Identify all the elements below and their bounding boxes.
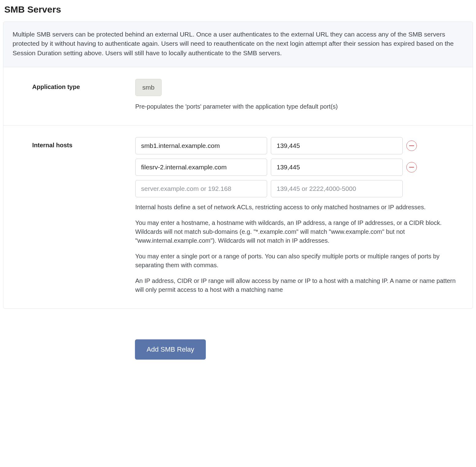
host-input[interactable] — [135, 180, 267, 197]
ports-input[interactable] — [271, 159, 403, 176]
minus-icon — [409, 167, 414, 168]
remove-host-button[interactable] — [406, 141, 417, 151]
internal-hosts-label: Internal hosts — [32, 141, 135, 149]
internal-hosts-helper: Internal hosts define a set of network A… — [135, 203, 457, 212]
internal-hosts-helper: You may enter a single port or a range o… — [135, 252, 457, 270]
remove-host-button[interactable] — [406, 162, 417, 172]
internal-hosts-helper: You may enter a hostname, a hostname wit… — [135, 218, 457, 245]
host-row-empty — [135, 180, 457, 197]
host-input[interactable] — [135, 137, 267, 154]
host-row — [135, 159, 457, 176]
application-type-helper: Pre-populates the 'ports' parameter with… — [135, 102, 457, 111]
minus-icon — [409, 145, 414, 146]
application-type-section: Application type smb Pre-populates the '… — [3, 67, 473, 125]
ports-input[interactable] — [271, 180, 403, 197]
add-smb-relay-button[interactable]: Add SMB Relay — [135, 339, 206, 360]
smb-servers-panel: Multiple SMB servers can be protected be… — [3, 21, 473, 309]
host-row — [135, 137, 457, 154]
internal-hosts-helper: An IP address, CIDR or IP range will all… — [135, 276, 457, 294]
application-type-label: Application type — [32, 83, 135, 91]
svg-rect-0 — [409, 145, 414, 146]
host-input[interactable] — [135, 159, 267, 176]
page-title: SMB Servers — [3, 3, 473, 16]
application-type-value: smb — [135, 79, 162, 96]
internal-hosts-section: Internal hosts In — [3, 125, 473, 308]
svg-rect-1 — [409, 167, 414, 168]
panel-description: Multiple SMB servers can be protected be… — [3, 22, 473, 67]
ports-input[interactable] — [271, 137, 403, 154]
